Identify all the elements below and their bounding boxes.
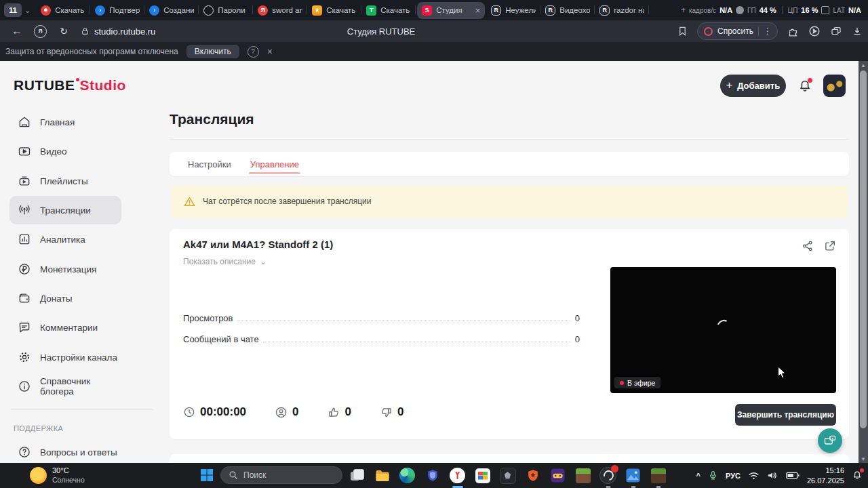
- ask-ai-button[interactable]: Спросить ⋮: [697, 22, 778, 40]
- sidebar-item-monetization[interactable]: Монетизация: [9, 255, 121, 283]
- weather-widget[interactable]: 30°C Солнечно: [30, 466, 85, 485]
- close-icon[interactable]: ×: [475, 5, 481, 16]
- sidebar-item-channel-settings[interactable]: Настройки канала: [9, 343, 121, 371]
- sidebar-item-blogger-guide[interactable]: Справочник блогера: [9, 372, 121, 401]
- bookmark-icon[interactable]: [677, 26, 688, 37]
- taskbar-icon-edge[interactable]: [398, 466, 416, 485]
- taskbar-icon-obs[interactable]: [599, 466, 617, 485]
- help-icon[interactable]: ?: [248, 46, 259, 58]
- download-icon[interactable]: [852, 26, 863, 37]
- taskbar-icon-dark-launcher[interactable]: [498, 466, 517, 485]
- likes-meter[interactable]: 0: [328, 405, 351, 419]
- enable-protection-button[interactable]: Включить: [186, 45, 239, 58]
- battery-icon[interactable]: [786, 471, 800, 480]
- yandex-search-icon[interactable]: Я: [34, 25, 47, 38]
- close-icon[interactable]: ×: [267, 46, 273, 57]
- tab-count[interactable]: 11: [4, 3, 22, 17]
- tray-time: 15:16: [807, 466, 844, 475]
- microphone-icon[interactable]: [708, 470, 718, 481]
- taskbar-icon-task-view[interactable]: [348, 466, 366, 485]
- sidebar-item-faq[interactable]: Вопросы и ответы: [9, 438, 121, 463]
- browser-tab-5[interactable]: Я sword and: [253, 0, 307, 20]
- address-url[interactable]: studio.rutube.ru: [94, 26, 155, 37]
- sidebar-item-comments[interactable]: Комментарии: [9, 313, 121, 342]
- clock-widget[interactable]: 15:16 26.07.2025: [807, 466, 844, 485]
- more-dots-icon[interactable]: ⋮: [764, 26, 772, 36]
- sidebar-item-broadcasts[interactable]: Трансляции: [9, 196, 121, 224]
- sidebar-item-video[interactable]: Видео: [9, 137, 121, 165]
- tab-management[interactable]: Управление: [250, 152, 299, 176]
- notification-center-button[interactable]: [852, 470, 863, 481]
- search-input[interactable]: Поиск: [220, 466, 342, 484]
- wallet-cards-icon[interactable]: [830, 26, 842, 37]
- photos-icon: [625, 468, 641, 483]
- arrow-circle-icon: ›: [149, 5, 159, 16]
- avatar[interactable]: [823, 75, 846, 97]
- browser-tab-studio-active[interactable]: S Студия ×: [417, 2, 485, 19]
- tab-title: Скачать и: [380, 6, 411, 14]
- tab-title: Видеохос: [559, 6, 590, 14]
- taskbar-icon-security-shield[interactable]: [524, 466, 542, 485]
- browser-tab-3[interactable]: › Создание: [144, 0, 199, 20]
- browser-tab-7[interactable]: Т Скачать и: [361, 0, 416, 20]
- notifications-bell-button[interactable]: [797, 79, 812, 94]
- cpu-label: ЦП: [788, 7, 798, 14]
- stat-row-chat-messages: Сообщений в чате 0: [183, 334, 580, 355]
- page-scrollbar[interactable]: ▲ ▼: [859, 61, 868, 463]
- sidebar-item-home[interactable]: Главная: [9, 108, 121, 136]
- dislikes-meter[interactable]: 0: [380, 405, 403, 419]
- scrollbar-thumb[interactable]: [860, 70, 867, 428]
- title-divider: [170, 139, 849, 140]
- tray-expand-icon[interactable]: ^: [696, 472, 701, 480]
- tab-settings[interactable]: Настройки: [188, 152, 231, 176]
- page-tabs: Настройки Управление: [170, 152, 849, 176]
- end-stream-button[interactable]: Завершить трансляцию: [735, 404, 836, 426]
- viewers-meter: 0: [275, 405, 298, 419]
- taskbar-icon-gamepad-app[interactable]: [549, 466, 567, 485]
- taskbar-icon-minecraft[interactable]: [574, 466, 592, 485]
- ruble-icon: [18, 262, 31, 276]
- sidebar-item-analytics[interactable]: Аналитика: [9, 225, 121, 253]
- sidebar-item-playlists[interactable]: Плейлисты: [9, 167, 121, 195]
- sidebar-divider: [11, 409, 153, 410]
- volume-icon[interactable]: [767, 470, 778, 481]
- show-description-toggle[interactable]: Показать описание ⌄: [183, 257, 267, 266]
- browser-tab-2[interactable]: › Подтверж: [90, 0, 144, 20]
- taskbar-icon-photos[interactable]: [624, 466, 642, 485]
- tab-counter[interactable]: 11 ⌄: [4, 3, 31, 17]
- lat-label: LAT: [833, 7, 845, 14]
- video-player-icon[interactable]: [808, 25, 821, 37]
- back-icon[interactable]: ←: [9, 25, 24, 37]
- share-icon[interactable]: [802, 240, 814, 252]
- stream-preview-player[interactable]: В эфире: [610, 267, 836, 393]
- scroll-up-icon[interactable]: ▲: [859, 61, 868, 69]
- taskbar-icon-store[interactable]: [473, 466, 492, 485]
- rutube-icon: R: [599, 5, 610, 16]
- browser-tab-11[interactable]: R razdor на: [595, 0, 649, 20]
- taskbar-icon-shield-app[interactable]: [423, 466, 441, 485]
- browser-tab-9[interactable]: R Неужели: [486, 0, 540, 20]
- taskbar-icon-yandex-browser[interactable]: [448, 466, 467, 485]
- stream-card: Ak47 или M4A1? Standoff 2 (1) Показать о…: [170, 229, 849, 439]
- taskbar-icon-explorer[interactable]: [373, 466, 391, 485]
- open-external-icon[interactable]: [824, 240, 836, 252]
- browser-tab-4[interactable]: Пароли: [199, 0, 253, 20]
- taskbar-icon-minecraft-alt[interactable]: [649, 466, 667, 485]
- wifi-icon[interactable]: [748, 471, 760, 481]
- rutube-icon: R: [545, 5, 555, 16]
- browser-tab-6[interactable]: ★ Скачать: [307, 0, 361, 20]
- lock-icon[interactable]: [81, 26, 90, 36]
- browser-tab-10[interactable]: R Видеохос: [540, 0, 595, 20]
- rutube-studio-page: RUTUBE Studio + Добавить Главная Видео: [0, 61, 868, 463]
- rutube-studio-logo[interactable]: RUTUBE Studio: [14, 77, 126, 94]
- extensions-icon[interactable]: [787, 26, 799, 37]
- sidebar-item-donations[interactable]: Донаты: [9, 284, 121, 312]
- language-indicator[interactable]: РУС: [726, 472, 741, 480]
- add-button[interactable]: + Добавить: [720, 75, 786, 97]
- start-button[interactable]: [199, 468, 214, 483]
- pip-floating-button[interactable]: [818, 428, 842, 453]
- browser-tab-1[interactable]: Скачать и: [36, 0, 90, 20]
- scroll-down-icon[interactable]: ▼: [859, 455, 868, 463]
- refresh-icon[interactable]: ↻: [58, 26, 70, 37]
- chat-messages-value: 0: [575, 334, 580, 344]
